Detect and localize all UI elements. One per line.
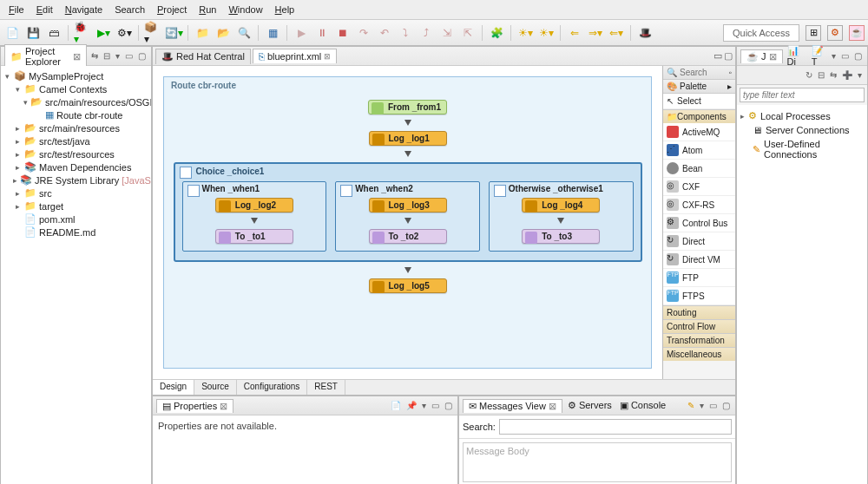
tab-blueprint[interactable]: ⎘ blueprint.xml ⊠	[253, 49, 337, 63]
save-icon[interactable]: 💾	[24, 24, 42, 42]
maximize-icon[interactable]: ▢	[443, 401, 454, 410]
jmx-tab[interactable]: ☕J⊠	[740, 49, 783, 63]
folder-icon[interactable]: 📁	[194, 24, 211, 42]
palette-item[interactable]: ActiveMQ	[663, 123, 735, 141]
open-icon[interactable]: 🔍	[235, 24, 253, 42]
refresh-icon[interactable]: 🔄▾	[165, 24, 182, 42]
message-body-box[interactable]: Message Body	[463, 442, 732, 482]
palette-search[interactable]	[680, 68, 714, 77]
palette-item[interactable]: ◎CXF-RS	[663, 196, 735, 214]
collapse-icon[interactable]: ⊟	[816, 70, 826, 80]
menu2-icon[interactable]: ▾	[856, 70, 864, 80]
t1-icon[interactable]: ↷	[355, 24, 372, 42]
menu-icon[interactable]: ▾	[698, 401, 706, 410]
properties-tab[interactable]: ▤ Properties ⊠	[156, 399, 233, 413]
menu-help[interactable]: Help	[270, 2, 300, 17]
log-node-4[interactable]: Log _log4	[522, 198, 600, 213]
palette-item[interactable]: ◎CXF	[663, 178, 735, 196]
route-canvas[interactable]: Route cbr-route From _from1 Log _log1 Ch…	[153, 66, 662, 379]
collapse-icon[interactable]: ⊟	[102, 51, 112, 61]
palette-item[interactable]: ↻Direct	[663, 232, 735, 251]
link-editor-icon[interactable]: ⇆	[89, 51, 100, 61]
palette-item[interactable]: ⚙Control Bus	[663, 214, 735, 232]
drawer-misc[interactable]: Miscellaneous	[663, 347, 735, 361]
drawer-components[interactable]: 📁Components	[663, 109, 735, 123]
minimize-icon[interactable]: ▭	[123, 51, 135, 61]
log-node-3[interactable]: Log _log3	[369, 198, 447, 213]
tab-rest[interactable]: REST	[307, 380, 345, 395]
menu-navigate[interactable]: Navigate	[60, 2, 108, 17]
close-icon[interactable]: ⊠	[549, 401, 556, 412]
palette-item[interactable]: Bean	[663, 160, 735, 178]
project-tree[interactable]: ▾📦MySampleProject ▾📁Camel Contexts ▾📂src…	[1, 66, 151, 484]
to-node-1[interactable]: To _to1	[215, 229, 293, 244]
project-explorer-tab[interactable]: 📁 Project Explorer ⊠	[4, 44, 87, 68]
t-tab[interactable]: 📝T	[810, 45, 827, 67]
back-icon[interactable]: ⇐	[566, 24, 583, 42]
view-menu-icon[interactable]: ▾	[114, 51, 122, 61]
link-icon[interactable]: ✎	[686, 401, 696, 410]
new-conn-icon[interactable]: ➕	[840, 70, 854, 80]
t7-icon[interactable]: 🧩	[488, 24, 505, 42]
from-node[interactable]: From _from1	[368, 100, 447, 114]
step-icon[interactable]: ▶	[293, 24, 310, 42]
menu-edit[interactable]: Edit	[31, 2, 58, 17]
persp1-icon[interactable]: ⊞	[806, 25, 821, 41]
tab-redhat-central[interactable]: 🎩 Red Hat Central	[155, 49, 251, 64]
new-icon[interactable]: 📄	[3, 24, 21, 42]
close-icon[interactable]: ⊠	[324, 52, 331, 61]
debug-icon[interactable]: 🐞▾	[74, 24, 91, 42]
t4-icon[interactable]: ⤴	[418, 24, 435, 42]
di-tab[interactable]: 📊 Di	[786, 45, 807, 67]
palette-select[interactable]: ↖Select	[663, 94, 735, 109]
menu-file[interactable]: File	[3, 2, 30, 17]
toggle-icon[interactable]: ▦	[264, 24, 281, 42]
minimize-icon[interactable]: ▭	[839, 51, 851, 61]
servers-tab[interactable]: Servers	[579, 400, 612, 410]
menu-icon[interactable]: ▾	[420, 401, 428, 410]
run-ext-icon[interactable]: ⚙▾	[115, 24, 133, 42]
persp3-icon[interactable]: ☕	[849, 25, 865, 41]
maximize-icon[interactable]: ▢	[724, 50, 733, 62]
drawer-controlflow[interactable]: Control Flow	[663, 319, 735, 333]
palette-item[interactable]: ⋰Atom	[663, 141, 735, 160]
messages-search-input[interactable]	[499, 419, 732, 435]
t3-icon[interactable]: ⤵	[397, 24, 414, 42]
menu-search[interactable]: Search	[109, 2, 150, 17]
minimize-icon[interactable]: ▭	[430, 401, 441, 410]
refresh-icon[interactable]: ↻	[804, 70, 814, 80]
palette-item[interactable]: FTPFTP	[663, 269, 735, 287]
drawer-routing[interactable]: Routing	[663, 305, 735, 319]
pin-icon[interactable]: 📌	[404, 401, 418, 410]
new-project-icon[interactable]: 📦▾	[144, 24, 161, 42]
to-node-3[interactable]: To _to3	[522, 229, 600, 244]
maximize-icon[interactable]: ▢	[136, 51, 148, 61]
close-icon[interactable]: ⊠	[73, 51, 81, 62]
maximize-icon[interactable]: ▢	[852, 51, 864, 61]
log-node-1[interactable]: Log _log1	[369, 131, 447, 146]
close-icon[interactable]: ⊠	[220, 401, 227, 412]
menu-run[interactable]: Run	[194, 2, 221, 17]
menu-window[interactable]: Window	[223, 2, 267, 17]
choice-node[interactable]: Choice _choice1 When _when1 Log _log2	[174, 162, 642, 262]
run-icon[interactable]: ▶▾	[95, 24, 112, 42]
log-node-5[interactable]: Log _log5	[369, 278, 447, 293]
maximize-icon[interactable]: ▢	[720, 401, 732, 410]
stop-icon[interactable]: ⏹	[334, 24, 352, 42]
pause-icon[interactable]: ⏸	[313, 24, 331, 42]
fwd-icon[interactable]: ⇒▾	[587, 24, 604, 42]
tab-config[interactable]: Configurations	[237, 380, 307, 395]
menu-project[interactable]: Project	[152, 2, 192, 17]
to-node-2[interactable]: To _to2	[369, 229, 447, 244]
palette-item[interactable]: ↻Direct VM	[663, 251, 735, 269]
clear-icon[interactable]: ◦	[728, 68, 732, 77]
drawer-transformation[interactable]: Transformation	[663, 333, 735, 347]
otherwise-branch[interactable]: Otherwise _otherwise1 Log _log4 To _to3	[489, 181, 634, 252]
when1-branch[interactable]: When _when1 Log _log2 To _to1	[182, 181, 327, 252]
palette-item[interactable]: FTPFTPS	[663, 287, 735, 305]
tab-design[interactable]: Design	[153, 380, 194, 395]
save-all-icon[interactable]: 🗃	[45, 24, 62, 42]
menu-icon[interactable]: ▾	[830, 51, 838, 61]
when2-branch[interactable]: When _when2 Log _log3 To _to2	[335, 181, 480, 252]
tab-source[interactable]: Source	[194, 380, 237, 395]
